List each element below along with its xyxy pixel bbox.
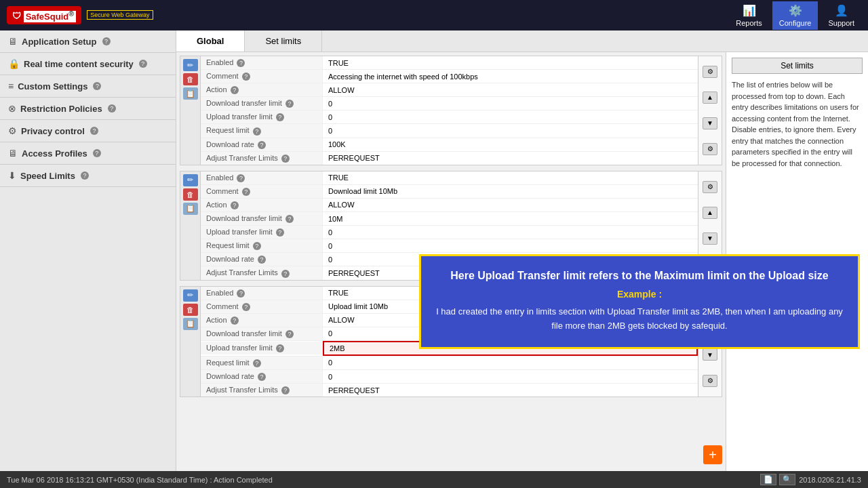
field-value: ALLOW: [323, 199, 698, 211]
field-label: Action ?: [201, 314, 323, 327]
tab-set-limits[interactable]: Set limits: [245, 30, 322, 52]
field-help-icon[interactable]: ?: [237, 289, 245, 298]
sidebar-section-speed: ⬇ Speed Limits ?: [0, 165, 176, 187]
access-icon: 🖥: [8, 148, 18, 159]
status-icons: 📄 🔍: [760, 474, 795, 485]
sidebar-item-realtime-content[interactable]: 🔒 Real time content security ?: [0, 53, 176, 75]
application-setup-label: Application Setup: [22, 37, 97, 47]
field-help-icon[interactable]: ?: [285, 215, 294, 223]
field-help-icon[interactable]: ?: [276, 344, 284, 352]
field-label: Request limit ?: [201, 239, 323, 252]
field-help-icon[interactable]: ?: [276, 228, 284, 237]
settings-ctrl-2[interactable]: ⚙: [703, 181, 717, 193]
up-ctrl-1[interactable]: ▲: [703, 92, 717, 104]
field-help-icon[interactable]: ?: [231, 201, 239, 209]
field-help-icon[interactable]: ?: [253, 127, 261, 136]
speed-label: Speed Limits: [20, 171, 75, 181]
field-help-icon[interactable]: ?: [258, 373, 266, 381]
field-help-icon[interactable]: ?: [231, 317, 239, 325]
field-label: Enabled ?: [201, 287, 323, 300]
field-help-icon[interactable]: ?: [242, 73, 250, 81]
restriction-label: Restriction Policies: [20, 104, 102, 114]
access-help-icon[interactable]: ?: [93, 149, 101, 157]
sidebar-item-privacy-control[interactable]: ⚙ Privacy control ?: [0, 120, 176, 142]
tooltip-body: I had created the entry in limits sectio…: [435, 305, 844, 333]
field-label: Download transfer limit ?: [201, 212, 323, 225]
field-help-icon[interactable]: ?: [281, 270, 290, 278]
support-label: Support: [828, 19, 854, 27]
field-value: 0: [323, 240, 698, 252]
delete-button-3[interactable]: 🗑: [183, 304, 198, 316]
support-icon: 👤: [835, 4, 848, 17]
logo-image: 🛡 SafeSquid®: [7, 6, 81, 24]
support-nav-btn[interactable]: 👤 Support: [821, 1, 861, 30]
application-setup-help-icon[interactable]: ?: [102, 37, 111, 45]
delete-button-1[interactable]: 🗑: [183, 73, 198, 85]
logo-area: 🛡 SafeSquid® Secure Web Gateway: [7, 6, 153, 24]
logo-tagline: Secure Web Gateway: [87, 10, 153, 20]
configure-nav-btn[interactable]: ⚙️ Configure: [772, 1, 818, 30]
field-help-icon[interactable]: ?: [281, 155, 290, 163]
field-help-icon[interactable]: ?: [242, 188, 250, 196]
up-ctrl-2[interactable]: ▲: [703, 207, 717, 219]
tooltip-popup: Here Upload Transfer limit refers to the…: [419, 254, 860, 349]
field-help-icon[interactable]: ?: [276, 113, 284, 121]
custom-settings-help-icon[interactable]: ?: [93, 82, 101, 90]
field-label: Upload transfer limit ?: [201, 342, 323, 354]
down-ctrl-2[interactable]: ▼: [703, 232, 717, 245]
reports-nav-btn[interactable]: 📊 Reports: [729, 1, 769, 30]
field-help-icon[interactable]: ?: [231, 86, 239, 94]
tooltip-title: Here Upload Transfer limit refers to the…: [435, 270, 844, 282]
sidebar-item-access-profiles[interactable]: 🖥 Access Profiles ?: [0, 142, 176, 164]
field-row: Request limit ?0: [201, 357, 698, 370]
edit-button-3[interactable]: ✏: [183, 289, 198, 302]
field-help-icon[interactable]: ?: [242, 303, 250, 311]
delete-button-2[interactable]: 🗑: [183, 188, 198, 201]
down-ctrl-1[interactable]: ▼: [703, 117, 717, 129]
field-label: Upload transfer limit ?: [201, 226, 323, 239]
entry-controls-1: ⚙ ▲ ▼ ⚙: [698, 56, 722, 165]
copy-button-1[interactable]: 📋: [183, 87, 198, 100]
realtime-icon: 🔒: [8, 58, 20, 69]
field-help-icon[interactable]: ?: [285, 100, 294, 108]
field-help-icon[interactable]: ?: [237, 174, 245, 182]
sidebar-item-restriction-policies[interactable]: ⊗ Restriction Policies ?: [0, 98, 176, 119]
copy-button-3[interactable]: 📋: [183, 318, 198, 330]
field-help-icon[interactable]: ?: [258, 141, 266, 149]
status-icon-doc[interactable]: 📄: [760, 474, 776, 485]
status-icon-search[interactable]: 🔍: [779, 474, 795, 485]
field-help-icon[interactable]: ?: [237, 59, 245, 67]
entry-fields-1: Enabled ?TRUEComment ?Accessing the inte…: [201, 56, 698, 165]
sidebar-item-application-setup[interactable]: 🖥 Application Setup ?: [0, 30, 176, 52]
header-nav: 📊 Reports ⚙️ Configure 👤 Support: [729, 1, 861, 30]
tab-global[interactable]: Global: [176, 30, 245, 52]
privacy-help-icon[interactable]: ?: [90, 127, 98, 135]
sidebar-item-speed-limits[interactable]: ⬇ Speed Limits ?: [0, 165, 176, 186]
field-help-icon[interactable]: ?: [253, 242, 261, 250]
copy-button-2[interactable]: 📋: [183, 203, 198, 215]
field-value: TRUE: [323, 171, 698, 184]
help-description: The list of entries below will be proces…: [732, 79, 863, 169]
field-help-icon[interactable]: ?: [258, 256, 266, 264]
realtime-help-icon[interactable]: ?: [139, 60, 147, 68]
field-label: Adjust Transfer Limits ?: [201, 266, 323, 279]
edit-button-2[interactable]: ✏: [183, 174, 198, 186]
field-help-icon[interactable]: ?: [253, 359, 261, 367]
field-label: Download transfer limit ?: [201, 327, 323, 340]
down-ctrl-3[interactable]: ▼: [703, 348, 717, 361]
edit-button-1[interactable]: ✏: [183, 59, 198, 71]
settings-ctrl-1[interactable]: ⚙: [703, 66, 717, 78]
gear2-ctrl-3[interactable]: ⚙: [703, 375, 717, 387]
field-value: 100K: [323, 138, 698, 150]
gear2-ctrl-1[interactable]: ⚙: [703, 143, 717, 155]
add-entry-button[interactable]: +: [703, 445, 722, 464]
field-value: TRUE: [323, 57, 698, 69]
sidebar-section-access: 🖥 Access Profiles ?: [0, 142, 176, 165]
restriction-help-icon[interactable]: ?: [108, 104, 116, 113]
set-limits-button[interactable]: Set limits: [732, 58, 863, 74]
speed-help-icon[interactable]: ?: [81, 171, 89, 180]
field-help-icon[interactable]: ?: [281, 386, 290, 394]
field-help-icon[interactable]: ?: [285, 330, 294, 338]
realtime-label: Real time content security: [24, 59, 134, 69]
sidebar-item-custom-settings[interactable]: ≡ Custom Settings ?: [0, 75, 176, 97]
